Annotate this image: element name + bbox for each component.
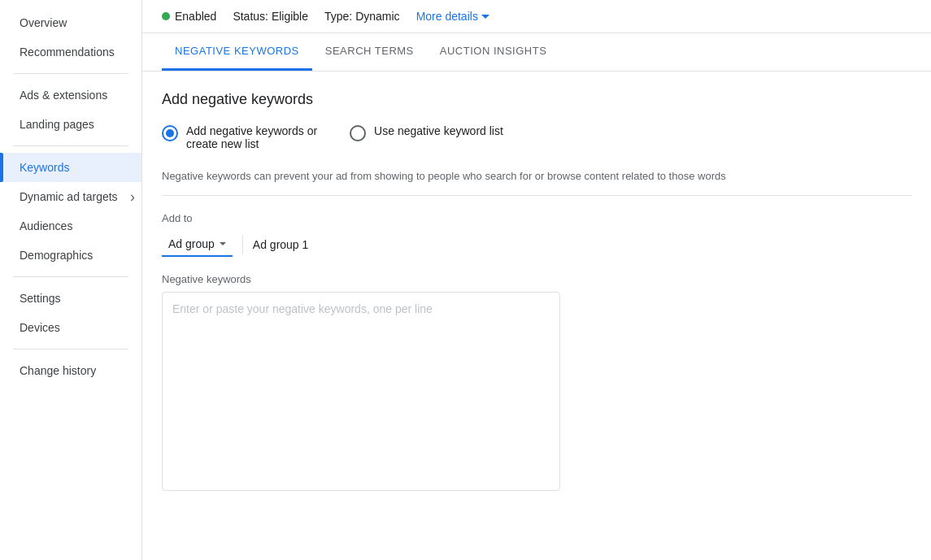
sidebar-item-label: Devices: [20, 321, 60, 334]
add-to-label: Add to: [162, 212, 911, 224]
radio-add-keywords-label: Add negative keywords or create new list: [186, 124, 317, 150]
info-text: Negative keywords can prevent your ad fr…: [162, 170, 911, 196]
sidebar-item-label: Change history: [20, 364, 96, 377]
sidebar-item-ads-extensions[interactable]: Ads & extensions: [0, 80, 141, 110]
sidebar-item-dynamic-ad-targets[interactable]: Dynamic ad targets: [0, 182, 141, 211]
sidebar-item-overview[interactable]: Overview: [0, 8, 141, 37]
tabs: NEGATIVE KEYWORDS SEARCH TERMS AUCTION I…: [142, 33, 931, 72]
ad-group-value: Ad group 1: [253, 238, 309, 251]
sidebar: Overview Recommendations Ads & extension…: [0, 0, 142, 560]
sidebar-divider: [13, 349, 128, 349]
sidebar-item-landing-pages[interactable]: Landing pages: [0, 110, 141, 139]
sidebar-item-label: Demographics: [20, 249, 93, 262]
dropdown-arrow-icon: [220, 242, 226, 245]
ad-group-dropdown[interactable]: Ad group: [162, 232, 233, 257]
status-value: Eligible: [272, 10, 308, 23]
sidebar-item-label: Dynamic ad targets: [20, 190, 118, 203]
keywords-textarea[interactable]: [162, 292, 560, 491]
tab-auction-insights[interactable]: AUCTION INSIGHTS: [427, 33, 560, 71]
main-content: Enabled Status: Eligible Type: Dynamic M…: [142, 0, 931, 560]
add-to-separator: [242, 235, 243, 254]
sidebar-item-keywords[interactable]: Keywords: [0, 153, 141, 182]
sidebar-item-audiences[interactable]: Audiences: [0, 211, 141, 241]
sidebar-divider: [13, 276, 128, 277]
tab-search-terms[interactable]: SEARCH TERMS: [312, 33, 427, 71]
tab-negative-keywords[interactable]: NEGATIVE KEYWORDS: [162, 33, 312, 71]
top-bar: Enabled Status: Eligible Type: Dynamic M…: [142, 0, 931, 33]
radio-option-use-list[interactable]: Use negative keyword list: [350, 124, 503, 141]
sidebar-item-settings[interactable]: Settings: [0, 284, 141, 313]
more-details-label: More details: [416, 10, 478, 23]
more-details-button[interactable]: More details: [416, 10, 489, 23]
chevron-down-icon: [481, 15, 489, 19]
sidebar-item-devices[interactable]: Devices: [0, 313, 141, 342]
radio-option-add-keywords[interactable]: Add negative keywords or create new list: [162, 124, 317, 150]
section-title: Add negative keywords: [162, 91, 911, 108]
status-enabled: Enabled: [162, 10, 216, 23]
dropdown-label: Ad group: [168, 237, 215, 250]
keywords-label: Negative keywords: [162, 273, 911, 285]
radio-group: Add negative keywords or create new list…: [162, 124, 911, 150]
sidebar-item-label: Settings: [20, 292, 61, 305]
sidebar-item-change-history[interactable]: Change history: [0, 356, 141, 385]
radio-add-keywords-circle[interactable]: [162, 125, 178, 141]
sidebar-divider: [13, 145, 128, 146]
status-eligible: Status: Eligible: [233, 10, 308, 23]
sidebar-item-recommendations[interactable]: Recommendations: [0, 37, 141, 67]
sidebar-divider: [13, 73, 128, 74]
sidebar-item-label: Keywords: [20, 161, 69, 174]
enabled-label: Enabled: [175, 10, 216, 23]
type-value: Dynamic: [355, 10, 399, 23]
add-to-row: Ad group Ad group 1: [162, 232, 911, 257]
type-dynamic: Type: Dynamic: [324, 10, 400, 23]
sidebar-item-label: Landing pages: [20, 118, 94, 131]
content-area: Add negative keywords Add negative keywo…: [142, 72, 931, 560]
sidebar-item-demographics[interactable]: Demographics: [0, 241, 141, 270]
sidebar-item-label: Overview: [20, 16, 67, 29]
sidebar-item-label: Recommendations: [20, 46, 115, 59]
radio-use-list-circle[interactable]: [350, 125, 366, 141]
enabled-dot: [162, 12, 170, 20]
sidebar-item-label: Ads & extensions: [20, 89, 107, 102]
sidebar-item-label: Audiences: [20, 219, 72, 232]
radio-use-list-label: Use negative keyword list: [374, 124, 503, 137]
